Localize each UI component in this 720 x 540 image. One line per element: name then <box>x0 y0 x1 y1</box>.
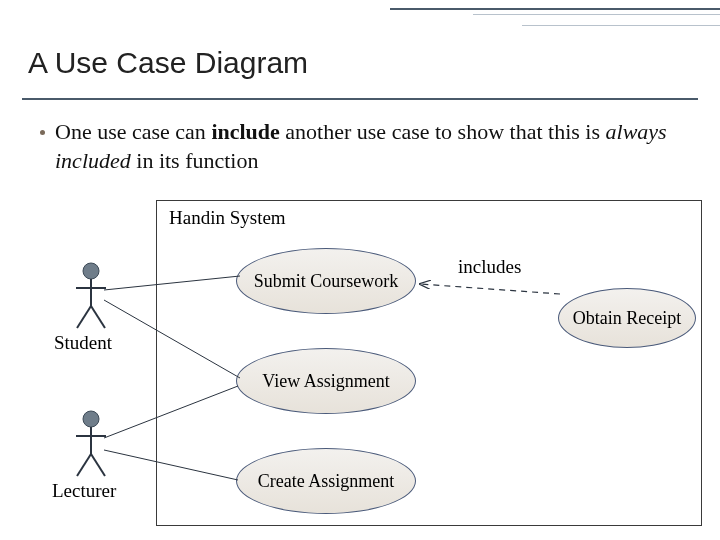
stick-figure-icon <box>74 410 108 478</box>
svg-point-5 <box>83 411 99 427</box>
slide-title: A Use Case Diagram <box>28 46 308 80</box>
usecase-view: View Assignment <box>236 348 416 414</box>
usecase-view-label: View Assignment <box>262 371 389 392</box>
svg-line-3 <box>77 306 91 328</box>
usecase-create-label: Create Assignment <box>258 471 394 492</box>
actor-student: Student <box>70 262 112 354</box>
svg-line-4 <box>91 306 105 328</box>
svg-line-9 <box>91 454 105 476</box>
stick-figure-icon <box>74 262 108 330</box>
header-decoration <box>390 8 720 26</box>
includes-label: includes <box>458 256 521 278</box>
bullet-post: in its function <box>131 148 259 173</box>
usecase-submit-label: Submit Coursework <box>254 271 399 292</box>
usecase-create: Create Assignment <box>236 448 416 514</box>
actor-student-label: Student <box>54 332 112 354</box>
svg-point-0 <box>83 263 99 279</box>
svg-line-8 <box>77 454 91 476</box>
actor-lecturer: Lecturer <box>70 410 112 502</box>
usecase-obtain: Obtain Receipt <box>558 288 696 348</box>
actor-lecturer-label: Lecturer <box>52 480 112 502</box>
bullet-dot-icon <box>40 130 45 135</box>
bullet-pre: One use case can <box>55 119 211 144</box>
bullet-text: One use case can include another use cas… <box>55 118 680 175</box>
title-rule <box>22 98 698 100</box>
system-label: Handin System <box>169 207 286 229</box>
bullet-block: One use case can include another use cas… <box>40 118 680 175</box>
bullet-mid: another use case to show that this is <box>280 119 606 144</box>
usecase-submit: Submit Coursework <box>236 248 416 314</box>
bullet-include: include <box>211 119 279 144</box>
usecase-obtain-label: Obtain Receipt <box>573 308 681 329</box>
